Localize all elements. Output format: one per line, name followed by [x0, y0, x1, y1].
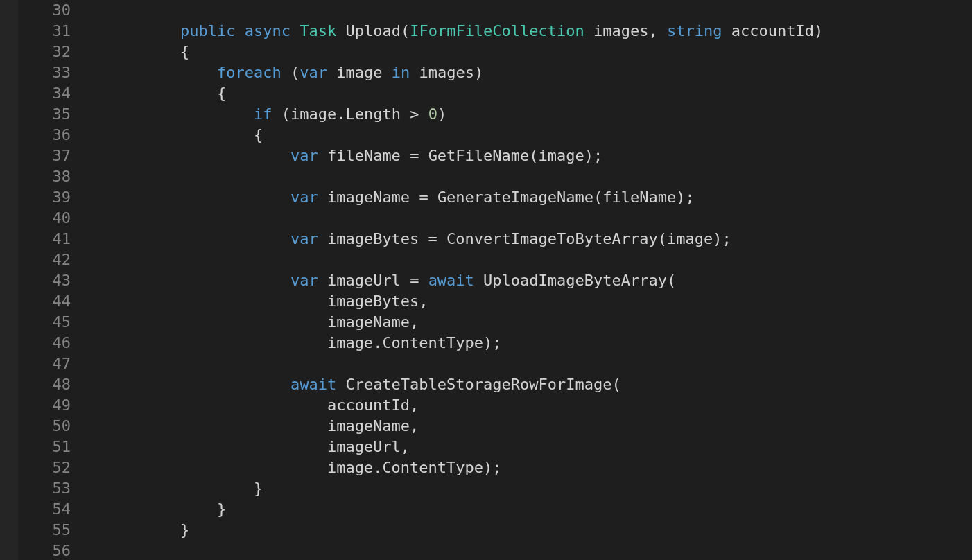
line-number[interactable]: 34	[18, 83, 82, 104]
code-line[interactable]: imageName,	[107, 416, 972, 437]
line-number-gutter[interactable]: 3031323334353637383940414243444546474849…	[18, 0, 82, 560]
line-number[interactable]: 30	[18, 0, 82, 21]
line-number[interactable]: 46	[18, 333, 82, 353]
code-line[interactable]: if (image.Length > 0)	[107, 104, 972, 125]
token-pn: ;	[686, 189, 695, 206]
line-number[interactable]: 41	[18, 229, 82, 250]
line-number[interactable]: 45	[18, 312, 82, 333]
token-id: imageName	[327, 417, 410, 435]
line-number[interactable]: 40	[18, 208, 82, 229]
code-line[interactable]	[107, 353, 972, 374]
fold-strip[interactable]	[82, 0, 107, 560]
code-editor[interactable]: 3031323334353637383940414243444546474849…	[0, 0, 972, 560]
token-pn: (	[529, 147, 538, 164]
token-pn: )	[814, 22, 823, 40]
code-line[interactable]: {	[107, 83, 972, 104]
token-kw: var	[290, 147, 318, 164]
token-pn: }	[217, 500, 226, 518]
token-kw: foreach	[217, 64, 281, 81]
code-line[interactable]: {	[107, 42, 972, 62]
line-number[interactable]: 31	[18, 21, 82, 42]
token-pn: ;	[492, 459, 501, 476]
line-number[interactable]: 44	[18, 291, 82, 312]
line-number[interactable]: 52	[18, 457, 82, 478]
token-pn: ;	[722, 230, 731, 247]
code-line[interactable]: {	[107, 125, 972, 146]
line-number[interactable]: 55	[18, 520, 82, 541]
token-pn: }	[180, 521, 189, 539]
line-number[interactable]: 43	[18, 270, 82, 291]
token-pn: ,	[401, 438, 410, 455]
line-number[interactable]: 56	[18, 541, 82, 560]
token-pn: }	[254, 480, 263, 497]
token-id: image	[667, 230, 713, 247]
token-id: image	[539, 147, 584, 164]
token-pn: =	[410, 147, 419, 164]
code-line[interactable]: }	[107, 478, 972, 499]
code-line[interactable]	[107, 250, 972, 270]
code-line[interactable]: var imageName = GenerateImageName(fileNa…	[107, 187, 972, 208]
line-number[interactable]: 49	[18, 395, 82, 416]
code-line[interactable]	[107, 0, 972, 21]
line-number[interactable]: 36	[18, 125, 82, 146]
token-kw: var	[290, 272, 318, 289]
token-pn: .	[336, 105, 345, 123]
token-pn: ,	[410, 313, 419, 331]
line-number[interactable]: 53	[18, 478, 82, 499]
code-line[interactable]	[107, 208, 972, 229]
token-id: Length	[345, 105, 400, 123]
token-id: imageUrl	[327, 438, 401, 455]
line-number[interactable]: 32	[18, 42, 82, 62]
token-pn: )	[474, 64, 483, 81]
code-line[interactable]	[107, 541, 972, 560]
code-line[interactable]: await CreateTableStorageRowForImage(	[107, 374, 972, 395]
line-number[interactable]: 38	[18, 166, 82, 187]
token-pn: )	[483, 459, 492, 476]
code-line[interactable]: var imageUrl = await UploadImageByteArra…	[107, 270, 972, 291]
line-number[interactable]: 50	[18, 416, 82, 437]
code-line[interactable]: imageBytes,	[107, 291, 972, 312]
code-line[interactable]: public async Task Upload(IFormFileCollec…	[107, 21, 972, 42]
code-line[interactable]: accountId,	[107, 395, 972, 416]
line-number[interactable]: 48	[18, 374, 82, 395]
token-id: image	[327, 334, 373, 351]
code-area[interactable]: public async Task Upload(IFormFileCollec…	[107, 0, 972, 560]
line-number[interactable]: 42	[18, 250, 82, 270]
token-pn: ;	[492, 334, 501, 351]
code-line[interactable]	[107, 166, 972, 187]
token-id: accountId	[327, 396, 410, 414]
code-line[interactable]: imageName,	[107, 312, 972, 333]
line-number[interactable]: 37	[18, 146, 82, 166]
line-number[interactable]: 33	[18, 62, 82, 83]
line-number[interactable]: 35	[18, 104, 82, 125]
token-kw: await	[428, 272, 474, 289]
token-id: imageUrl	[327, 272, 401, 289]
code-line[interactable]: var fileName = GetFileName(image);	[107, 146, 972, 166]
token-id: GetFileName	[428, 147, 530, 164]
token-pn: )	[713, 230, 722, 247]
token-pn: {	[180, 43, 189, 60]
line-number[interactable]: 51	[18, 437, 82, 457]
token-pn: >	[410, 105, 419, 123]
token-id: CreateTableStorageRowForImage	[345, 376, 611, 393]
token-id: fileName	[327, 147, 401, 164]
token-pn: (	[667, 272, 676, 289]
code-line[interactable]: image.ContentType);	[107, 457, 972, 478]
token-pn: )	[437, 105, 446, 123]
code-line[interactable]: imageUrl,	[107, 437, 972, 457]
code-line[interactable]: }	[107, 520, 972, 541]
token-kw: await	[290, 376, 336, 393]
code-line[interactable]: image.ContentType);	[107, 333, 972, 353]
token-pn: {	[217, 85, 226, 102]
line-number[interactable]: 54	[18, 499, 82, 520]
token-kw: in	[392, 64, 410, 81]
code-line[interactable]: var imageBytes = ConvertImageToByteArray…	[107, 229, 972, 250]
line-number[interactable]: 47	[18, 353, 82, 374]
token-id: ConvertImageToByteArray	[446, 230, 658, 247]
token-pn: )	[676, 189, 685, 206]
code-line[interactable]: foreach (var image in images)	[107, 62, 972, 83]
code-line[interactable]: }	[107, 499, 972, 520]
line-number[interactable]: 39	[18, 187, 82, 208]
token-num: 0	[428, 105, 437, 123]
token-id: accountId	[731, 22, 814, 40]
